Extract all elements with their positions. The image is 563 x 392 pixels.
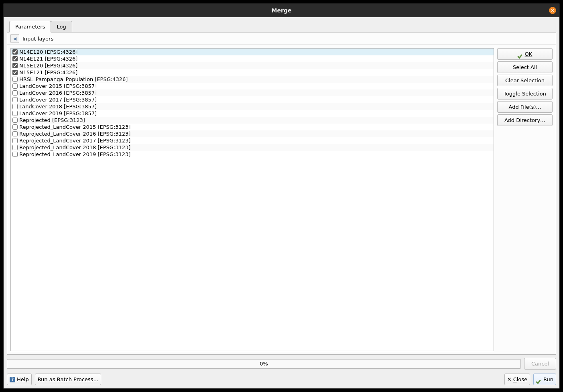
layer-checkbox[interactable] — [12, 124, 18, 130]
layer-label: Reprojected_LandCover 2017 [EPSG:3123] — [19, 138, 130, 144]
layer-row[interactable]: Reprojected [EPSG:3123] — [11, 117, 494, 124]
add-files-button[interactable]: Add File(s)… — [497, 101, 553, 113]
dialog-footer: 0% Cancel ? Help Run as Batch Process… ✕… — [4, 355, 559, 388]
panel-title: Input layers — [22, 36, 53, 42]
close-button[interactable]: ✕ Close — [504, 374, 530, 385]
layer-label: N14E120 [EPSG:4326] — [19, 49, 77, 55]
layer-label: Reprojected [EPSG:3123] — [19, 117, 85, 123]
layer-label: LandCover 2017 [EPSG:3857] — [19, 97, 97, 103]
tab-log-label: Log — [57, 24, 66, 30]
layer-checkbox[interactable] — [12, 63, 18, 68]
layer-row[interactable]: LandCover 2016 [EPSG:3857] — [11, 89, 494, 96]
progress-bar: 0% — [7, 359, 521, 369]
layer-label: HRSL_Pampanga_Population [EPSG:4326] — [19, 76, 128, 82]
tab-parameters[interactable]: Parameters — [9, 21, 51, 32]
layer-checkbox[interactable] — [12, 90, 18, 95]
layer-row[interactable]: N14E121 [EPSG:4326] — [11, 55, 494, 62]
help-label: Help — [17, 376, 29, 382]
layer-list[interactable]: N14E120 [EPSG:4326]N14E121 [EPSG:4326]N1… — [10, 48, 494, 351]
add-files-label: Add File(s)… — [509, 104, 541, 110]
layer-row[interactable]: N15E120 [EPSG:4326] — [11, 62, 494, 69]
layer-label: LandCover 2018 [EPSG:3857] — [19, 104, 97, 110]
select-all-label: Select All — [513, 64, 537, 70]
layer-checkbox[interactable] — [12, 118, 18, 123]
x-icon: ✕ — [507, 376, 512, 382]
layer-label: Reprojected_LandCover 2018 [EPSG:3123] — [19, 144, 130, 150]
run-batch-label: Run as Batch Process… — [38, 376, 99, 382]
tab-parameters-label: Parameters — [15, 24, 45, 30]
run-button[interactable]: Run — [533, 374, 556, 385]
layer-row[interactable]: HRSL_Pampanga_Population [EPSG:4326] — [11, 76, 494, 83]
progress-row: 0% Cancel — [7, 358, 556, 370]
layer-row[interactable]: N14E120 [EPSG:4326] — [11, 49, 494, 55]
layer-checkbox[interactable] — [12, 152, 18, 157]
tab-panel-parameters: ◀ Input layers N14E120 [EPSG:4326]N14E12… — [7, 32, 556, 355]
layer-checkbox[interactable] — [12, 83, 18, 89]
dialog-content: Parameters Log ◀ Input layers N14E120 [E… — [4, 17, 559, 388]
layer-row[interactable]: Reprojected_LandCover 2016 [EPSG:3123] — [11, 130, 494, 137]
window-title: Merge — [272, 7, 292, 14]
help-button[interactable]: ? Help — [7, 374, 32, 385]
layer-row[interactable]: Reprojected_LandCover 2015 [EPSG:3123] — [11, 124, 494, 130]
run-batch-button[interactable]: Run as Batch Process… — [35, 374, 102, 385]
layer-row[interactable]: LandCover 2018 [EPSG:3857] — [11, 103, 494, 110]
add-directory-label: Add Directory… — [504, 117, 545, 123]
layer-row[interactable]: LandCover 2015 [EPSG:3857] — [11, 83, 494, 89]
titlebar: Merge ✕ — [4, 4, 559, 17]
layer-checkbox[interactable] — [12, 104, 18, 109]
cancel-button: Cancel — [524, 358, 556, 370]
layer-checkbox[interactable] — [12, 131, 18, 136]
layer-checkbox[interactable] — [12, 145, 18, 150]
panel-header: ◀ Input layers — [7, 32, 556, 45]
dialog-window: Merge ✕ Parameters Log ◀ Input layers N1… — [3, 3, 560, 389]
side-button-column: OK Select All Clear Selection Toggle Sel… — [497, 48, 553, 351]
checkmark-icon — [536, 377, 542, 382]
help-icon: ? — [10, 377, 15, 382]
layer-label: N15E121 [EPSG:4326] — [19, 69, 77, 75]
close-label: Close — [513, 376, 527, 382]
layer-label: Reprojected_LandCover 2016 [EPSG:3123] — [19, 131, 130, 137]
add-directory-button[interactable]: Add Directory… — [497, 114, 553, 126]
layer-checkbox[interactable] — [12, 138, 18, 143]
panel-body: N14E120 [EPSG:4326]N14E121 [EPSG:4326]N1… — [7, 45, 556, 354]
layer-row[interactable]: Reprojected_LandCover 2018 [EPSG:3123] — [11, 144, 494, 151]
back-arrow-icon: ◀ — [13, 36, 16, 41]
layer-row[interactable]: LandCover 2017 [EPSG:3857] — [11, 96, 494, 103]
layer-label: Reprojected_LandCover 2015 [EPSG:3123] — [19, 124, 130, 130]
checkmark-icon — [518, 51, 523, 57]
layer-label: LandCover 2015 [EPSG:3857] — [19, 83, 97, 89]
layer-label: N14E121 [EPSG:4326] — [19, 56, 77, 62]
clear-selection-button[interactable]: Clear Selection — [497, 75, 553, 86]
clear-selection-label: Clear Selection — [505, 77, 545, 83]
layer-label: LandCover 2019 [EPSG:3857] — [19, 110, 97, 116]
layer-label: Reprojected_LandCover 2019 [EPSG:3123] — [19, 151, 130, 157]
layer-checkbox[interactable] — [12, 49, 18, 55]
window-close-button[interactable]: ✕ — [549, 7, 556, 14]
close-icon: ✕ — [551, 8, 554, 13]
tab-log[interactable]: Log — [51, 21, 72, 32]
toggle-selection-button[interactable]: Toggle Selection — [497, 88, 553, 100]
layer-checkbox[interactable] — [12, 111, 18, 116]
ok-label: OK — [525, 51, 533, 57]
ok-button[interactable]: OK — [497, 48, 553, 60]
layer-checkbox[interactable] — [12, 77, 18, 82]
back-button[interactable]: ◀ — [10, 34, 19, 43]
layer-label: LandCover 2016 [EPSG:3857] — [19, 90, 97, 96]
select-all-button[interactable]: Select All — [497, 61, 553, 73]
run-label: Run — [543, 376, 553, 382]
tab-bar: Parameters Log — [4, 17, 559, 32]
footer-buttons-row: ? Help Run as Batch Process… ✕ Close Run — [7, 374, 556, 385]
layer-row[interactable]: Reprojected_LandCover 2019 [EPSG:3123] — [11, 151, 494, 158]
layer-row[interactable]: LandCover 2019 [EPSG:3857] — [11, 110, 494, 117]
toggle-selection-label: Toggle Selection — [504, 91, 546, 97]
cancel-label: Cancel — [531, 361, 549, 367]
progress-text: 0% — [260, 361, 268, 367]
layer-checkbox[interactable] — [12, 97, 18, 102]
layer-label: N15E120 [EPSG:4326] — [19, 63, 77, 69]
layer-row[interactable]: N15E121 [EPSG:4326] — [11, 69, 494, 76]
layer-row[interactable]: Reprojected_LandCover 2017 [EPSG:3123] — [11, 137, 494, 144]
layer-checkbox[interactable] — [12, 56, 18, 61]
layer-checkbox[interactable] — [12, 70, 18, 75]
